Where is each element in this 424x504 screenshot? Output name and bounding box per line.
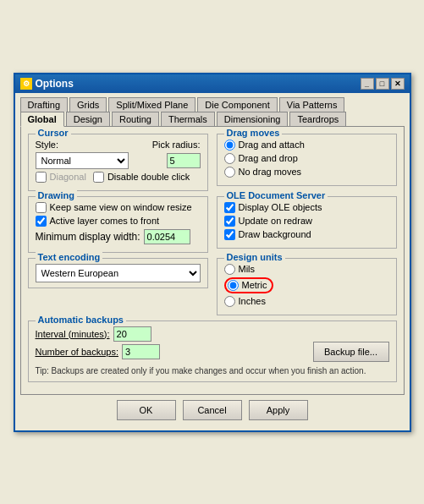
tab-drafting[interactable]: Drafting	[20, 97, 69, 112]
tab-via-patterns[interactable]: Via Patterns	[279, 97, 345, 112]
display-ole-checkbox[interactable]	[224, 202, 235, 213]
tip-text: Tip: Backups are created only if you mak…	[36, 365, 389, 376]
drag-moves-col: Drag moves Drag and attach Drag and drop…	[217, 134, 397, 196]
interval-row: Interval (minutes):	[36, 326, 305, 342]
metric-radio[interactable]	[228, 280, 239, 291]
design-units-label: Design units	[224, 252, 285, 262]
tab-routing[interactable]: Routing	[112, 112, 159, 127]
text-encoding-select[interactable]: Western European	[36, 264, 201, 282]
auto-backups-label: Automatic backups	[36, 315, 126, 325]
title-bar-left: ⚙ Options	[20, 78, 74, 90]
tab-row-2: Global Design Routing Thermals Dimension…	[20, 111, 405, 126]
text-encoding-label: Text encoding	[36, 252, 103, 262]
no-drag-radio[interactable]	[224, 167, 235, 178]
drag-drop-label: Drag and drop	[239, 153, 298, 163]
cursor-label: Cursor	[36, 128, 71, 138]
tab-dimensioning[interactable]: Dimensioning	[217, 112, 289, 127]
close-button[interactable]: ✕	[391, 78, 405, 90]
diagonal-row: Diagonal Disable double click	[36, 172, 201, 183]
update-redraw-label: Update on redraw	[239, 216, 312, 226]
style-label: Style:	[36, 140, 59, 150]
drag-moves-label: Drag moves	[224, 128, 283, 138]
draw-bg-checkbox[interactable]	[224, 229, 235, 240]
maximize-button[interactable]: □	[376, 78, 389, 90]
backup-btn-container: Backup file...	[313, 342, 389, 362]
metric-label: Metric	[242, 280, 267, 290]
lower-sections: Text encoding Western European Design un…	[28, 258, 397, 320]
backup-fields: Interval (minutes): Number of backups:	[36, 326, 305, 362]
cancel-button[interactable]: Cancel	[183, 400, 242, 420]
ok-button[interactable]: OK	[117, 400, 176, 420]
metric-highlight: Metric	[224, 277, 274, 293]
keep-view-label: Keep same view on window resize	[50, 202, 192, 212]
mils-radio[interactable]	[224, 264, 235, 275]
mils-label: Mils	[239, 264, 256, 274]
update-redraw-row: Update on redraw	[224, 216, 389, 227]
mils-row: Mils	[224, 264, 389, 275]
content-area: Drafting Grids Split/Mixed Plane Die Com…	[15, 93, 410, 430]
ole-label: OLE Document Server	[224, 190, 328, 200]
display-ole-row: Display OLE objects	[224, 202, 389, 213]
min-display-input[interactable]	[144, 229, 190, 244]
tab-teardrops[interactable]: Teardrops	[289, 112, 346, 127]
tab-panel: Cursor Style: Pick radius: Normal	[20, 126, 405, 395]
drag-drop-radio[interactable]	[224, 153, 235, 164]
backup-file-button[interactable]: Backup file...	[313, 342, 389, 362]
middle-sections: Drawing Keep same view on window resize …	[28, 196, 397, 258]
drag-attach-row: Drag and attach	[224, 140, 389, 151]
inches-radio[interactable]	[224, 296, 235, 307]
title-buttons: _ □ ✕	[361, 78, 405, 90]
inches-label: Inches	[239, 296, 266, 306]
tab-design[interactable]: Design	[66, 112, 110, 127]
diagonal-checkbox[interactable]	[36, 172, 47, 183]
window-title: Options	[36, 78, 74, 90]
display-ole-label: Display OLE objects	[239, 202, 322, 212]
tab-thermals[interactable]: Thermals	[161, 112, 215, 127]
disable-dbl-checkbox[interactable]	[93, 172, 104, 183]
min-display-label: Minimum display width:	[36, 231, 140, 243]
tab-row-1: Drafting Grids Split/Mixed Plane Die Com…	[20, 96, 405, 111]
auto-backups-section: Automatic backups Interval (minutes): Nu…	[28, 320, 397, 382]
cursor-section: Cursor Style: Pick radius: Normal	[28, 134, 208, 191]
keep-view-row: Keep same view on window resize	[36, 202, 201, 213]
top-sections: Cursor Style: Pick radius: Normal	[28, 134, 397, 196]
design-units-col: Design units Mils Metric	[217, 258, 397, 320]
tab-grids[interactable]: Grids	[69, 97, 107, 112]
text-encoding-col: Text encoding Western European	[28, 258, 208, 320]
title-bar: ⚙ Options _ □ ✕	[15, 74, 410, 93]
interval-label: Interval (minutes):	[36, 329, 110, 339]
style-row: Style: Pick radius:	[36, 140, 201, 150]
pick-radius-input[interactable]	[167, 153, 201, 168]
draw-bg-row: Draw background	[224, 229, 389, 240]
drawing-col: Drawing Keep same view on window resize …	[28, 196, 208, 258]
cursor-col: Cursor Style: Pick radius: Normal	[28, 134, 208, 196]
interval-input[interactable]	[113, 326, 151, 342]
no-drag-label: No drag moves	[239, 167, 302, 177]
drawing-section: Drawing Keep same view on window resize …	[28, 196, 208, 253]
active-layer-label: Active layer comes to front	[50, 216, 160, 226]
ole-section: OLE Document Server Display OLE objects …	[217, 196, 397, 249]
tab-die-component[interactable]: Die Component	[197, 97, 277, 112]
bottom-bar: OK Cancel Apply	[20, 395, 405, 425]
backup-row: Interval (minutes): Number of backups: B…	[36, 326, 389, 362]
drag-attach-label: Drag and attach	[239, 140, 305, 150]
keep-view-checkbox[interactable]	[36, 202, 47, 213]
tab-global[interactable]: Global	[20, 112, 64, 127]
text-encoding-section: Text encoding Western European	[28, 258, 208, 288]
pick-radius-label: Pick radius:	[152, 140, 201, 150]
minimize-button[interactable]: _	[361, 78, 374, 90]
disable-dbl-label: Disable double click	[107, 172, 190, 182]
window-icon: ⚙	[20, 78, 32, 90]
apply-button[interactable]: Apply	[249, 400, 308, 420]
style-input-row: Normal	[36, 152, 201, 169]
tab-split-mixed[interactable]: Split/Mixed Plane	[108, 97, 195, 112]
drag-attach-radio[interactable]	[224, 140, 235, 151]
metric-row: Metric	[224, 277, 389, 293]
update-redraw-checkbox[interactable]	[224, 216, 235, 227]
style-select[interactable]: Normal	[36, 152, 129, 169]
min-display-row: Minimum display width:	[36, 229, 201, 244]
active-layer-row: Active layer comes to front	[36, 216, 201, 227]
active-layer-checkbox[interactable]	[36, 216, 47, 227]
num-backups-input[interactable]	[122, 344, 160, 359]
inches-row: Inches	[224, 296, 389, 307]
